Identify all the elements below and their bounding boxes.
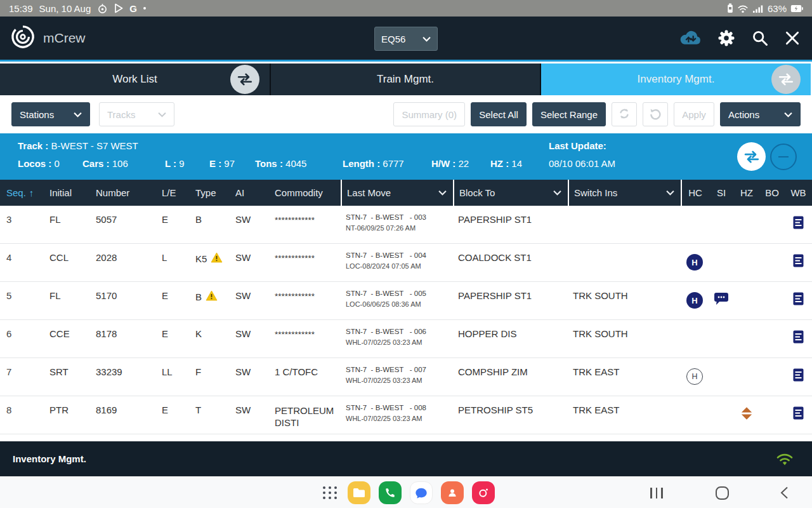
cell-switch-ins: TRK EAST xyxy=(568,358,681,396)
cell-last-move: STN-7 - B-WEST - 003 NT-06/09/25 07:26 A… xyxy=(341,206,453,243)
column-seq[interactable]: Seq.↑ xyxy=(0,180,44,206)
waybill-document-icon[interactable] xyxy=(793,254,804,269)
contacts-app-icon[interactable] xyxy=(441,481,464,504)
cell-switch-ins xyxy=(568,206,681,243)
cell-initial: CCE xyxy=(44,320,91,358)
hold-filled-icon[interactable]: H xyxy=(686,254,703,271)
table-row[interactable]: 4 CCL 2028 L K5 SW ************ STN-7 - … xyxy=(0,244,812,282)
chevron-down-icon xyxy=(784,112,792,117)
table-row[interactable]: 7 SRT 33239 LL F SW 1 C/TOFC STN-7 - B-W… xyxy=(0,358,812,396)
collapse-minus-button[interactable] xyxy=(770,144,797,170)
cell-block-to: COMPSHIP ZIM xyxy=(453,358,568,396)
files-app-icon[interactable] xyxy=(348,481,370,504)
cell-bo xyxy=(759,282,785,319)
track-stat: Track : B-WEST - S7 WEST xyxy=(18,140,138,151)
cloud-sync-icon[interactable] xyxy=(679,30,702,47)
cell-number: 2028 xyxy=(91,244,157,281)
table-row[interactable]: 5 FL 5170 E B SW ************ STN-7 - B-… xyxy=(0,282,812,320)
column-block-to-dropdown[interactable]: Block To xyxy=(453,180,568,206)
stations-dropdown[interactable]: Stations xyxy=(11,102,90,126)
cell-initial: SRT xyxy=(44,358,91,396)
cell-switch-ins xyxy=(568,244,681,281)
waybill-document-icon[interactable] xyxy=(793,330,804,345)
column-wb: WB xyxy=(785,180,812,206)
cell-si xyxy=(709,244,734,281)
cell-switch-ins: TRK SOUTH xyxy=(568,282,681,319)
comment-bubble-icon[interactable] xyxy=(714,292,729,308)
inventory-swap-icon[interactable] xyxy=(771,65,801,94)
camera-app-icon[interactable] xyxy=(472,481,495,504)
settings-gear-icon[interactable] xyxy=(717,29,736,48)
locos-stat: Locos : 0 xyxy=(18,158,60,169)
google-icon: G xyxy=(129,3,137,14)
waybill-document-icon[interactable] xyxy=(793,216,804,231)
messages-app-icon[interactable] xyxy=(410,481,433,504)
inventory-table-body: 3 FL 5057 E B SW ************ STN-7 - B-… xyxy=(0,206,812,441)
android-status-bar: 15:39 Sun, 10 Aug G 63% xyxy=(0,0,812,17)
cell-si xyxy=(709,320,734,358)
recents-button[interactable] xyxy=(650,488,663,498)
column-switch-ins-dropdown[interactable]: Switch Ins xyxy=(568,180,681,206)
cell-type: B xyxy=(190,282,230,319)
cell-bo xyxy=(759,396,785,434)
work-list-swap-icon[interactable] xyxy=(230,65,259,94)
battery-percent: 63% xyxy=(768,3,787,14)
phone-app-icon[interactable] xyxy=(379,481,402,504)
table-row[interactable]: 6 CCE 8178 E K SW ************ STN-7 - B… xyxy=(0,320,812,358)
app-drawer-icon[interactable] xyxy=(321,485,339,501)
column-last-move-dropdown[interactable]: Last Move xyxy=(341,180,453,206)
tab-work-list[interactable]: Work List xyxy=(0,64,271,95)
empties-stat: E : 97 xyxy=(209,158,235,169)
chevron-down-icon xyxy=(74,112,82,117)
table-header: Seq.↑ Initial Number L/E Type AI Commodi… xyxy=(0,180,812,206)
cell-bo xyxy=(759,358,785,396)
waybill-document-icon[interactable] xyxy=(793,292,804,307)
column-hz: HZ xyxy=(734,180,759,206)
warning-icon xyxy=(206,290,218,303)
tab-train-mgmt[interactable]: Train Mgmt. xyxy=(271,64,541,95)
select-range-button[interactable]: Select Range xyxy=(532,102,606,126)
cell-commodity: ************ xyxy=(270,244,341,281)
actions-dropdown[interactable]: Actions xyxy=(720,102,801,126)
close-icon[interactable] xyxy=(784,30,801,46)
cell-hz xyxy=(734,282,759,319)
hold-filled-icon[interactable]: H xyxy=(686,292,703,309)
summary-swap-icon[interactable] xyxy=(737,142,766,171)
cell-bo xyxy=(759,244,785,281)
refresh-button[interactable] xyxy=(612,102,637,126)
cell-switch-ins: TRK SOUTH xyxy=(568,320,681,358)
battery-charging-icon xyxy=(790,4,803,13)
column-commodity: Commodity xyxy=(270,180,341,206)
column-hc: HC xyxy=(681,180,709,206)
hold-outline-icon[interactable]: H xyxy=(686,368,703,385)
tracks-dropdown[interactable]: Tracks xyxy=(99,102,174,126)
back-button[interactable] xyxy=(780,486,789,499)
equipment-selector-dropdown[interactable]: EQ56 xyxy=(374,27,438,51)
cell-last-move: STN-7 - B-WEST - 007 WHL-07/02/25 03:23 … xyxy=(341,358,453,396)
cell-block-to: COALDOCK ST1 xyxy=(453,244,568,281)
cell-hz xyxy=(734,358,759,396)
select-all-button[interactable]: Select All xyxy=(471,102,527,126)
waybill-document-icon[interactable] xyxy=(793,368,804,384)
cell-number: 5057 xyxy=(91,206,157,243)
cell-seq: 6 xyxy=(0,320,44,358)
waybill-document-icon[interactable] xyxy=(793,406,804,422)
search-icon[interactable] xyxy=(751,29,769,47)
tab-inventory-mgmt[interactable]: Inventory Mgmt. xyxy=(541,64,811,95)
table-row[interactable]: 8 PTR 8169 E T SW PETROLEUM DISTI STN-7 … xyxy=(0,396,812,434)
hazmat-diamond-icon[interactable] xyxy=(740,406,754,422)
table-row[interactable]: 3 FL 5057 E B SW ************ STN-7 - B-… xyxy=(0,206,812,244)
cell-wb xyxy=(785,320,812,358)
cell-si xyxy=(709,358,734,396)
chevron-down-icon xyxy=(438,190,447,196)
refresh-icon xyxy=(618,107,631,122)
summary-button[interactable]: Summary (0) xyxy=(393,102,465,126)
cell-block-to: PAPERSHIP ST1 xyxy=(453,206,568,243)
track-value: B-WEST - S7 WEST xyxy=(51,140,138,151)
equipment-selector-value: EQ56 xyxy=(381,34,405,44)
cell-switch-ins: TRK EAST xyxy=(568,396,681,434)
cell-bo xyxy=(759,206,785,243)
undo-button[interactable] xyxy=(643,102,668,126)
home-button[interactable] xyxy=(716,486,729,500)
apply-button[interactable]: Apply xyxy=(674,102,714,126)
